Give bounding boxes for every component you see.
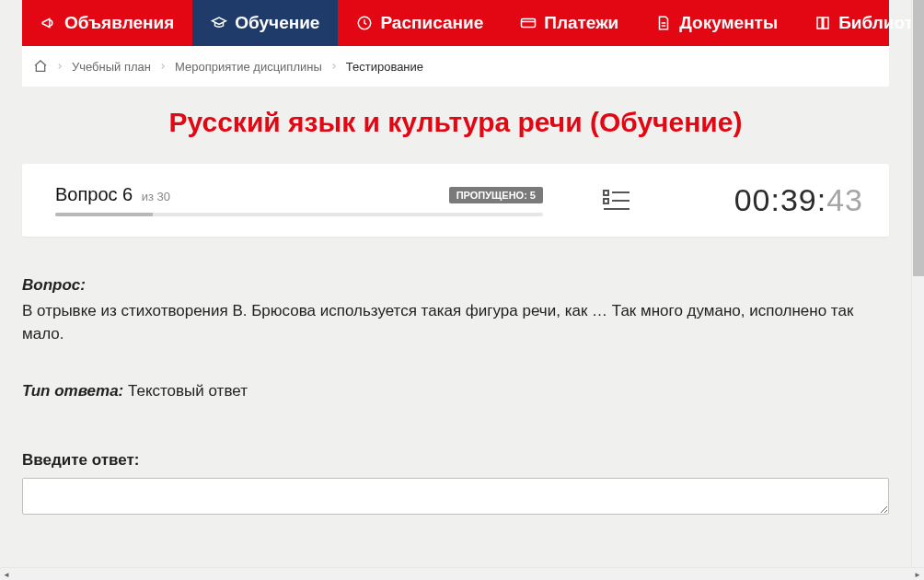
nav-announcements[interactable]: Объявления xyxy=(22,0,192,46)
breadcrumb-link[interactable]: Учебный план xyxy=(72,60,151,74)
answer-type-value: Текстовый ответ xyxy=(128,382,248,400)
breadcrumb-link[interactable]: Мероприятие дисциплины xyxy=(175,60,322,74)
clock-icon xyxy=(356,15,373,31)
svg-rect-4 xyxy=(604,199,608,203)
question-label: Вопрос: xyxy=(22,276,86,294)
nav-label: Документы xyxy=(679,13,778,33)
breadcrumb-current: Тестирование xyxy=(346,60,423,74)
question-number-text: Вопрос 6 xyxy=(55,184,133,204)
timer-main: 00:39: xyxy=(734,182,827,217)
enter-answer-label: Введите ответ: xyxy=(22,448,889,472)
horizontal-scrollbar[interactable]: ◄ ► xyxy=(0,567,924,580)
megaphone-icon xyxy=(40,15,57,31)
question-body: Вопрос: В отрывке из стихотворения В. Бр… xyxy=(22,237,889,521)
nav-documents[interactable]: Документы xyxy=(637,0,796,46)
book-icon xyxy=(814,15,831,31)
page-title: Русский язык и культура речи (Обучение) xyxy=(0,107,911,138)
chevron-right-icon xyxy=(329,60,339,74)
question-list-button[interactable] xyxy=(603,188,630,214)
svg-rect-2 xyxy=(604,191,608,195)
answer-type-label: Тип ответа: xyxy=(22,382,123,400)
answer-input[interactable] xyxy=(22,478,889,515)
chevron-right-icon xyxy=(158,60,167,74)
vertical-scrollbar[interactable] xyxy=(911,0,924,567)
nav-label: Расписание xyxy=(380,13,483,33)
svg-rect-1 xyxy=(522,19,536,28)
question-number: Вопрос 6 из 30 xyxy=(55,184,170,205)
timer-seconds: 43 xyxy=(826,182,863,217)
home-icon xyxy=(33,59,48,74)
scrollbar-thumb[interactable] xyxy=(913,0,924,276)
nav-label: Платежи xyxy=(544,13,618,33)
question-bar: Вопрос 6 из 30 ПРОПУЩЕНО: 5 xyxy=(22,164,889,237)
question-total: из 30 xyxy=(142,190,170,203)
breadcrumb: Учебный план Мероприятие дисциплины Тест… xyxy=(22,46,889,87)
skipped-badge: ПРОПУЩЕНО: 5 xyxy=(449,187,543,203)
nav-payments[interactable]: Платежи xyxy=(502,0,637,46)
question-text: В отрывке из стихотворения В. Брюсова ис… xyxy=(22,299,889,346)
breadcrumb-home[interactable] xyxy=(33,59,48,74)
nav-label: Объявления xyxy=(64,13,174,33)
progress-fill xyxy=(55,213,153,216)
nav-schedule[interactable]: Расписание xyxy=(338,0,502,46)
scroll-right-arrow[interactable]: ► xyxy=(911,568,924,580)
chevron-right-icon xyxy=(55,60,64,74)
top-nav: Объявления Обучение Расписание Платежи Д… xyxy=(22,0,889,46)
nav-education[interactable]: Обучение xyxy=(192,0,338,46)
graduation-icon xyxy=(211,15,227,31)
nav-label: Обучение xyxy=(235,13,319,33)
timer: 00:39:43 xyxy=(690,182,863,218)
nav-label: Библиотека xyxy=(838,13,911,33)
scroll-left-arrow[interactable]: ◄ xyxy=(0,568,13,580)
nav-library[interactable]: Библиотека xyxy=(796,0,911,46)
doc-icon xyxy=(655,15,672,31)
card-icon xyxy=(520,15,537,31)
progress-bar xyxy=(55,213,543,216)
